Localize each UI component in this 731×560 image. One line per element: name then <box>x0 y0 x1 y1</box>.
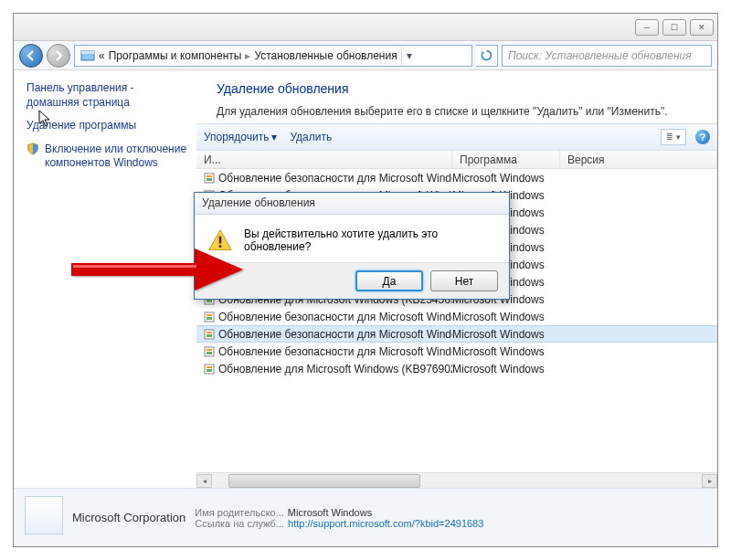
support-link[interactable]: http://support.microsoft.com/?kbid=24916… <box>288 518 483 529</box>
svg-rect-4 <box>207 178 212 181</box>
column-program[interactable]: Программа <box>452 151 560 168</box>
details-vendor: Microsoft Corporation <box>72 511 185 524</box>
maximize-button[interactable]: ☐ <box>662 19 686 36</box>
list-item[interactable]: Обновление безопасности для Microsoft Wi… <box>196 308 717 325</box>
chevron-right-icon: ▸ <box>245 49 250 62</box>
svg-rect-37 <box>207 369 212 372</box>
list-item[interactable]: Обновление безопасности для Microsoft Wi… <box>196 325 717 343</box>
sidebar-home-link[interactable]: Панель управления - домашняя страница <box>26 81 187 110</box>
page-subtitle: Для удаления обновления выберите его в с… <box>217 105 717 118</box>
address-bar: « Программы и компоненты ▸ Установленные… <box>14 41 717 70</box>
column-version[interactable]: Версия <box>560 151 717 168</box>
chevron-down-icon: ▾ <box>271 131 277 143</box>
list-item[interactable]: Обновление для Microsoft Windows (KB9769… <box>196 360 717 377</box>
dialog-message: Вы действительно хотите удалить это обно… <box>244 227 496 253</box>
svg-rect-31 <box>207 334 212 337</box>
breadcrumb-prefix: « <box>99 49 105 62</box>
scroll-left-button[interactable]: ◂ <box>196 474 212 488</box>
titlebar: ─ ☐ ✕ <box>14 14 717 41</box>
breadcrumb-seg1[interactable]: Программы и компоненты <box>109 49 242 62</box>
svg-rect-27 <box>207 314 212 316</box>
breadcrumb-dropdown[interactable]: ▾ <box>401 46 418 66</box>
link-label: Ссылка на служб... <box>195 518 284 529</box>
back-button[interactable] <box>19 44 43 68</box>
shield-icon <box>26 143 39 155</box>
refresh-button[interactable] <box>476 45 498 67</box>
help-button[interactable]: ? <box>695 130 710 144</box>
view-button[interactable]: ≣ ▾ <box>661 129 686 145</box>
page-title: Удаление обновления <box>217 81 717 96</box>
svg-rect-1 <box>81 51 94 54</box>
svg-rect-39 <box>219 245 222 248</box>
horizontal-scrollbar[interactable]: ◂ ▸ <box>196 472 717 488</box>
svg-rect-36 <box>207 366 212 368</box>
column-name[interactable]: И... <box>196 151 452 168</box>
heading: Удаление обновления Для удаления обновле… <box>196 70 717 123</box>
delete-button[interactable]: Удалить <box>290 131 332 143</box>
svg-rect-33 <box>207 349 212 351</box>
svg-rect-3 <box>207 175 212 177</box>
column-headers: И... Программа Версия <box>196 151 717 169</box>
svg-rect-34 <box>207 352 212 354</box>
scroll-thumb[interactable] <box>228 474 420 488</box>
parent-label: Имя родительско... <box>195 507 284 518</box>
confirm-dialog: Удаление обновления Вы действительно хот… <box>194 192 510 300</box>
details-pane: Microsoft Corporation Имя родительско...… <box>14 488 717 546</box>
svg-rect-28 <box>207 317 212 320</box>
dialog-buttons: Да Нет <box>195 262 509 299</box>
organize-label: Упорядочить <box>204 131 269 143</box>
warning-icon <box>207 227 233 253</box>
control-panel-icon <box>80 48 95 63</box>
sidebar-features-label: Включение или отключение компонентов Win… <box>45 143 187 171</box>
minimize-button[interactable]: ─ <box>635 19 659 36</box>
breadcrumb-seg2[interactable]: Установленные обновления <box>254 49 397 62</box>
search-input[interactable]: Поиск: Установленные обновления <box>502 45 712 67</box>
no-button[interactable]: Нет <box>430 270 498 291</box>
svg-rect-38 <box>219 237 222 244</box>
close-button[interactable]: ✕ <box>690 19 714 36</box>
sidebar: Панель управления - домашняя страница Уд… <box>14 70 196 488</box>
search-placeholder: Поиск: Установленные обновления <box>508 49 692 62</box>
dialog-title: Удаление обновления <box>195 193 509 215</box>
sidebar-uninstall-link[interactable]: Удаление программы <box>26 119 187 133</box>
arrow-right-icon <box>53 50 64 61</box>
sidebar-features-link[interactable]: Включение или отключение компонентов Win… <box>26 143 187 171</box>
parent-value: Microsoft Windows <box>288 507 372 518</box>
list-item[interactable]: Обновление безопасности для Microsoft Wi… <box>196 169 717 186</box>
arrow-left-icon <box>26 50 37 61</box>
forward-button[interactable] <box>47 44 70 68</box>
scroll-right-button[interactable]: ▸ <box>702 474 717 488</box>
yes-button[interactable]: Да <box>355 270 423 291</box>
refresh-icon <box>481 49 493 61</box>
list-item[interactable]: Обновление безопасности для Microsoft Wi… <box>196 343 717 360</box>
breadcrumb[interactable]: « Программы и компоненты ▸ Установленные… <box>74 45 472 67</box>
organize-menu[interactable]: Упорядочить ▾ <box>204 131 277 143</box>
details-thumbnail <box>25 496 63 534</box>
dialog-body: Вы действительно хотите удалить это обно… <box>195 215 509 262</box>
toolbar: Упорядочить ▾ Удалить ≣ ▾ ? <box>196 123 717 151</box>
svg-rect-30 <box>207 332 212 333</box>
